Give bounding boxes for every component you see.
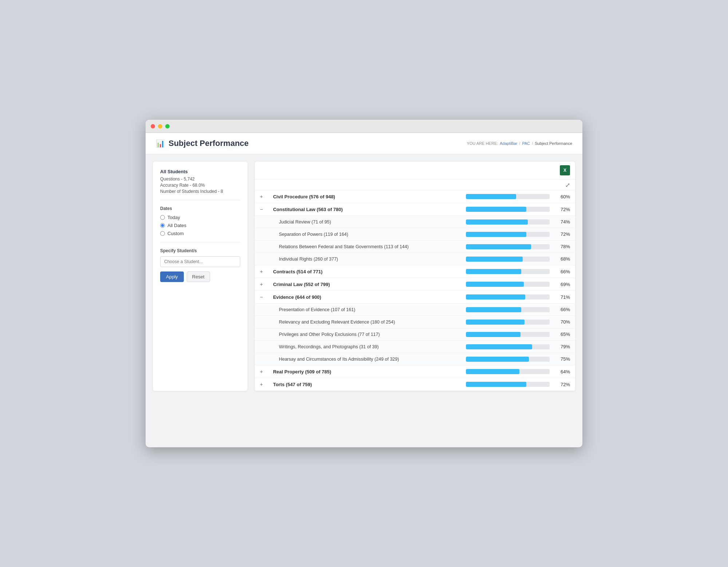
row-pct: 72% — [555, 378, 575, 391]
close-button[interactable] — [151, 124, 155, 128]
breadcrumb-adaptibar[interactable]: AdaptiBar — [500, 141, 517, 146]
row-pct: 75% — [555, 353, 575, 365]
data-table: + Civil Procedure (576 of 948) 60% − Con… — [255, 190, 575, 391]
breadcrumb: YOU ARE HERE: AdaptiBar / PAC / Subject … — [467, 141, 572, 146]
expand-icon[interactable]: ⤢ — [565, 182, 570, 189]
sidebar: All Students Questions - 5,742 Accuracy … — [153, 162, 248, 391]
bar-fill — [466, 257, 523, 262]
bar-fill — [466, 332, 521, 337]
minimize-button[interactable] — [158, 124, 162, 128]
row-name: Evidence (644 of 900) — [268, 291, 461, 304]
bar-fill — [466, 294, 525, 300]
row-toggle — [255, 241, 268, 253]
radio-all-dates[interactable]: All Dates — [160, 223, 240, 228]
bar-track — [466, 244, 550, 249]
row-toggle[interactable]: + — [255, 365, 268, 378]
row-bar — [461, 278, 555, 291]
stat-questions: Questions - 5,742 — [160, 177, 240, 182]
btn-group: Apply Reset — [160, 271, 240, 282]
row-name: Relevancy and Excluding Relevant Evidenc… — [268, 316, 461, 328]
page-title: Subject Performance — [169, 139, 249, 148]
bar-track — [466, 307, 550, 312]
bar-fill — [466, 344, 532, 349]
row-pct: 72% — [555, 228, 575, 241]
radio-today[interactable]: Today — [160, 215, 240, 220]
row-bar — [461, 253, 555, 265]
row-pct: 71% — [555, 291, 575, 304]
row-name: Real Property (509 of 785) — [268, 365, 461, 378]
breadcrumb-current: Subject Performance — [535, 141, 572, 146]
row-pct: 64% — [555, 365, 575, 378]
table-row: − Constitutional Law (563 of 780) 72% — [255, 203, 575, 216]
bar-track — [466, 232, 550, 237]
radio-today-input[interactable] — [160, 215, 165, 220]
row-pct: 78% — [555, 241, 575, 253]
radio-all-dates-input[interactable] — [160, 223, 165, 228]
row-name: Separation of Powers (119 of 164) — [268, 228, 461, 241]
row-name: Hearsay and Circumstances of Its Admissi… — [268, 353, 461, 365]
row-toggle[interactable]: + — [255, 278, 268, 291]
row-name: Judicial Review (71 of 95) — [268, 216, 461, 228]
row-toggle[interactable]: + — [255, 378, 268, 391]
row-pct: 70% — [555, 316, 575, 328]
apply-button[interactable]: Apply — [160, 271, 184, 282]
row-bar — [461, 341, 555, 353]
app-header: 📊 Subject Performance YOU ARE HERE: Adap… — [146, 133, 582, 154]
radio-custom-input[interactable] — [160, 231, 165, 236]
row-pct: 68% — [555, 253, 575, 265]
radio-custom-label: Custom — [167, 231, 184, 236]
row-toggle[interactable]: + — [255, 265, 268, 278]
date-radio-group: Today All Dates Custom — [160, 215, 240, 236]
row-name: Writings, Recordings, and Photographs (3… — [268, 341, 461, 353]
student-input[interactable] — [160, 256, 240, 267]
bar-fill — [466, 194, 516, 199]
row-name: Individual Rights (260 of 377) — [268, 253, 461, 265]
row-name: Constitutional Law (563 of 780) — [268, 203, 461, 216]
table-row: + Criminal Law (552 of 799) 69% — [255, 278, 575, 291]
row-toggle[interactable]: + — [255, 190, 268, 203]
row-bar — [461, 190, 555, 203]
reset-button[interactable]: Reset — [187, 271, 210, 282]
radio-today-label: Today — [167, 215, 180, 220]
row-name: Contracts (514 of 771) — [268, 265, 461, 278]
breadcrumb-prefix: YOU ARE HERE: — [467, 141, 498, 146]
radio-custom[interactable]: Custom — [160, 231, 240, 236]
breadcrumb-pac[interactable]: PAC — [522, 141, 530, 146]
panel-toolbar: X — [255, 162, 575, 179]
bar-track — [466, 207, 550, 212]
divider1 — [160, 200, 240, 200]
table-row: Individual Rights (260 of 377) 68% — [255, 253, 575, 265]
app-title-area: 📊 Subject Performance — [156, 139, 249, 148]
excel-icon-label: X — [563, 168, 566, 173]
row-pct: 65% — [555, 328, 575, 341]
table-row: Relevancy and Excluding Relevant Evidenc… — [255, 316, 575, 328]
bar-fill — [466, 207, 526, 212]
row-pct: 72% — [555, 203, 575, 216]
bar-track — [466, 257, 550, 262]
bar-fill — [466, 369, 519, 374]
table-row: Hearsay and Circumstances of Its Admissi… — [255, 353, 575, 365]
bar-track — [466, 294, 550, 300]
table-row: Judicial Review (71 of 95) 74% — [255, 216, 575, 228]
table-row: + Contracts (514 of 771) 66% — [255, 265, 575, 278]
bar-fill — [466, 244, 531, 249]
maximize-button[interactable] — [165, 124, 170, 128]
row-toggle[interactable]: − — [255, 203, 268, 216]
bar-track — [466, 219, 550, 225]
bar-track — [466, 269, 550, 274]
row-bar — [461, 228, 555, 241]
row-toggle[interactable]: − — [255, 291, 268, 304]
bar-fill — [466, 357, 529, 362]
stat-accuracy: Accuracy Rate - 68.0% — [160, 183, 240, 188]
bar-track — [466, 194, 550, 199]
sidebar-section-title: All Students — [160, 169, 240, 174]
table-row: + Civil Procedure (576 of 948) 60% — [255, 190, 575, 203]
table-row: + Torts (547 of 759) 72% — [255, 378, 575, 391]
row-name: Privileges and Other Policy Exclusions (… — [268, 328, 461, 341]
row-pct: 74% — [555, 216, 575, 228]
radio-all-dates-label: All Dates — [167, 223, 186, 228]
row-toggle — [255, 341, 268, 353]
row-bar — [461, 378, 555, 391]
excel-export-button[interactable]: X — [560, 165, 570, 175]
row-name: Relations Between Federal and State Gove… — [268, 241, 461, 253]
